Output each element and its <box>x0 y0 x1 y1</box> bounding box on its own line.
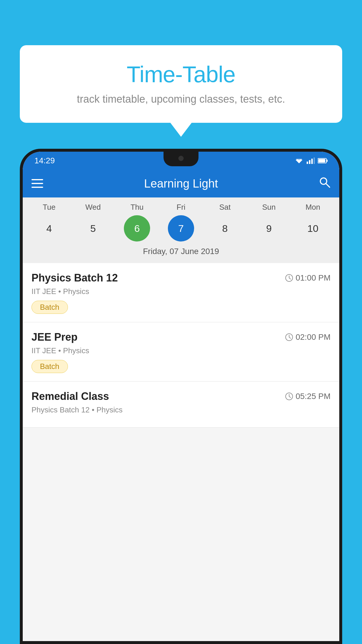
search-button[interactable] <box>319 176 331 191</box>
day-fri: Fri <box>168 203 194 212</box>
svg-rect-5 <box>314 158 315 164</box>
class-name-3: Remedial Class <box>31 390 109 402</box>
calendar-section: Tue Wed Thu Fri Sat Sun Mon 4 5 6 7 8 9 … <box>23 197 339 263</box>
day-wed: Wed <box>80 203 106 212</box>
batch-tag-1: Batch <box>31 301 68 314</box>
date-4[interactable]: 4 <box>36 215 62 242</box>
classes-list: Physics Batch 12 01:00 PM IIT JEE • Phys… <box>23 263 339 428</box>
class-time-2: 02:00 PM <box>285 332 331 342</box>
class-item-1[interactable]: Physics Batch 12 01:00 PM IIT JEE • Phys… <box>23 263 339 322</box>
class-meta-3: Physics Batch 12 • Physics <box>31 405 331 414</box>
svg-line-19 <box>289 337 291 338</box>
svg-rect-7 <box>326 160 328 162</box>
date-9[interactable]: 9 <box>256 215 282 242</box>
class-meta-1: IIT JEE • Physics <box>31 287 331 296</box>
date-6-today[interactable]: 6 <box>124 215 150 242</box>
class-item-3[interactable]: Remedial Class 05:25 PM Physics Batch 12… <box>23 382 339 428</box>
selected-date-label: Friday, 07 June 2019 <box>23 245 339 260</box>
notch <box>164 152 198 166</box>
class-item-2[interactable]: JEE Prep 02:00 PM IIT JEE • Physics Batc… <box>23 322 339 382</box>
svg-rect-4 <box>311 159 313 164</box>
date-7-selected[interactable]: 7 <box>168 215 194 242</box>
calendar-dates-row: 4 5 6 7 8 9 10 <box>23 215 339 242</box>
hamburger-menu-icon[interactable] <box>31 177 43 191</box>
bubble-title: Time-Table <box>37 61 325 88</box>
date-10[interactable]: 10 <box>300 215 326 242</box>
svg-rect-2 <box>307 162 308 164</box>
svg-rect-3 <box>309 160 310 164</box>
svg-rect-11 <box>31 187 43 188</box>
app-title: Learning Light <box>144 177 218 190</box>
svg-rect-10 <box>31 183 43 184</box>
phone-screen: 14:29 <box>23 152 339 641</box>
class-name-1: Physics Batch 12 <box>31 272 118 284</box>
day-mon: Mon <box>300 203 326 212</box>
class-time-1: 01:00 PM <box>285 273 331 283</box>
date-8[interactable]: 8 <box>212 215 238 242</box>
svg-line-16 <box>289 278 291 279</box>
wifi-icon <box>294 158 304 164</box>
svg-line-22 <box>289 396 291 398</box>
class-item-3-header: Remedial Class 05:25 PM <box>31 390 331 402</box>
class-item-1-header: Physics Batch 12 01:00 PM <box>31 272 331 284</box>
day-thu: Thu <box>124 203 150 212</box>
app-bar: Learning Light <box>23 170 339 197</box>
calendar-days-row: Tue Wed Thu Fri Sat Sun Mon <box>23 203 339 212</box>
speech-bubble: Time-Table track timetable, upcoming cla… <box>20 45 342 123</box>
phone-frame: 14:29 <box>20 149 342 644</box>
day-tue: Tue <box>36 203 62 212</box>
signal-icon <box>307 158 315 164</box>
class-item-2-header: JEE Prep 02:00 PM <box>31 331 331 343</box>
status-time: 14:29 <box>34 156 55 165</box>
batch-tag-2: Batch <box>31 360 68 373</box>
svg-rect-9 <box>31 179 43 180</box>
camera <box>178 156 184 161</box>
class-name-2: JEE Prep <box>31 331 78 343</box>
class-meta-2: IIT JEE • Physics <box>31 346 331 355</box>
clock-icon-2 <box>285 333 293 341</box>
battery-icon <box>318 158 328 164</box>
status-icons <box>294 158 328 164</box>
day-sun: Sun <box>256 203 282 212</box>
day-sat: Sat <box>212 203 238 212</box>
svg-line-13 <box>326 183 330 187</box>
clock-icon-1 <box>285 274 293 282</box>
bubble-subtitle: track timetable, upcoming classes, tests… <box>37 93 325 105</box>
svg-rect-8 <box>318 159 325 162</box>
class-time-3: 05:25 PM <box>285 392 331 401</box>
date-5[interactable]: 5 <box>80 215 106 242</box>
clock-icon-3 <box>285 392 293 400</box>
